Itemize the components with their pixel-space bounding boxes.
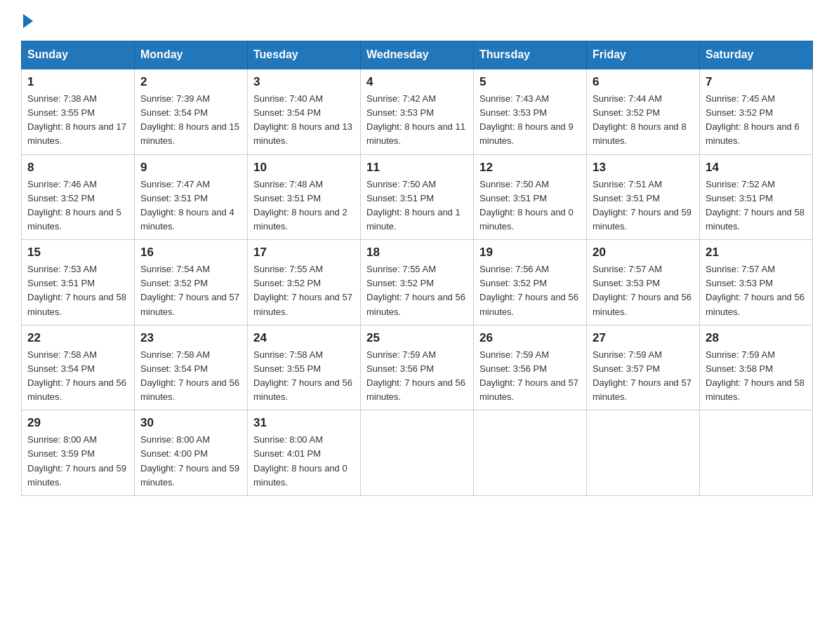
day-cell: 26Sunrise: 7:59 AMSunset: 3:56 PMDayligh… bbox=[474, 325, 587, 410]
day-info: Sunrise: 7:51 AMSunset: 3:51 PMDaylight:… bbox=[593, 177, 694, 234]
day-cell: 28Sunrise: 7:59 AMSunset: 3:58 PMDayligh… bbox=[700, 325, 813, 410]
day-cell: 12Sunrise: 7:50 AMSunset: 3:51 PMDayligh… bbox=[474, 154, 587, 240]
day-number: 31 bbox=[253, 416, 355, 430]
day-info: Sunrise: 7:50 AMSunset: 3:51 PMDaylight:… bbox=[366, 177, 468, 234]
day-cell: 18Sunrise: 7:55 AMSunset: 3:52 PMDayligh… bbox=[361, 240, 474, 326]
day-cell: 29Sunrise: 8:00 AMSunset: 3:59 PMDayligh… bbox=[22, 410, 135, 496]
day-number: 26 bbox=[479, 331, 581, 345]
day-cell: 22Sunrise: 7:58 AMSunset: 3:54 PMDayligh… bbox=[22, 325, 135, 410]
day-number: 2 bbox=[140, 75, 241, 89]
day-info: Sunrise: 8:00 AMSunset: 3:59 PMDaylight:… bbox=[27, 433, 128, 490]
day-info: Sunrise: 7:55 AMSunset: 3:52 PMDaylight:… bbox=[366, 262, 468, 319]
day-number: 4 bbox=[366, 75, 468, 89]
logo-triangle-icon bbox=[23, 14, 33, 28]
day-info: Sunrise: 7:38 AMSunset: 3:55 PMDaylight:… bbox=[27, 92, 128, 149]
header-cell-monday: Monday bbox=[135, 41, 248, 69]
day-cell bbox=[587, 410, 700, 496]
day-info: Sunrise: 7:56 AMSunset: 3:52 PMDaylight:… bbox=[479, 262, 581, 319]
day-number: 7 bbox=[706, 75, 807, 89]
day-number: 6 bbox=[593, 75, 694, 89]
day-cell: 9Sunrise: 7:47 AMSunset: 3:51 PMDaylight… bbox=[135, 154, 248, 240]
day-cell: 5Sunrise: 7:43 AMSunset: 3:53 PMDaylight… bbox=[474, 69, 587, 154]
day-info: Sunrise: 7:44 AMSunset: 3:52 PMDaylight:… bbox=[593, 92, 694, 149]
day-info: Sunrise: 8:00 AMSunset: 4:00 PMDaylight:… bbox=[140, 433, 241, 490]
week-row-1: 1Sunrise: 7:38 AMSunset: 3:55 PMDaylight… bbox=[22, 69, 813, 154]
day-number: 25 bbox=[366, 331, 468, 345]
day-number: 21 bbox=[706, 246, 807, 260]
calendar-table: SundayMondayTuesdayWednesdayThursdayFrid… bbox=[21, 41, 813, 496]
day-info: Sunrise: 7:59 AMSunset: 3:57 PMDaylight:… bbox=[593, 348, 694, 405]
day-number: 29 bbox=[27, 416, 128, 430]
logo-blue-container bbox=[21, 14, 33, 29]
day-cell: 25Sunrise: 7:59 AMSunset: 3:56 PMDayligh… bbox=[361, 325, 474, 410]
week-row-2: 8Sunrise: 7:46 AMSunset: 3:52 PMDaylight… bbox=[22, 154, 813, 240]
day-cell: 2Sunrise: 7:39 AMSunset: 3:54 PMDaylight… bbox=[135, 69, 248, 154]
day-cell: 21Sunrise: 7:57 AMSunset: 3:53 PMDayligh… bbox=[700, 240, 813, 326]
header-cell-wednesday: Wednesday bbox=[361, 41, 474, 69]
day-info: Sunrise: 7:58 AMSunset: 3:55 PMDaylight:… bbox=[253, 348, 355, 405]
day-cell: 16Sunrise: 7:54 AMSunset: 3:52 PMDayligh… bbox=[135, 240, 248, 326]
day-info: Sunrise: 7:47 AMSunset: 3:51 PMDaylight:… bbox=[140, 177, 241, 234]
day-cell: 24Sunrise: 7:58 AMSunset: 3:55 PMDayligh… bbox=[248, 325, 361, 410]
day-number: 15 bbox=[27, 246, 128, 260]
header-cell-thursday: Thursday bbox=[474, 41, 587, 69]
header-cell-friday: Friday bbox=[587, 41, 700, 69]
day-info: Sunrise: 7:52 AMSunset: 3:51 PMDaylight:… bbox=[706, 177, 807, 234]
day-info: Sunrise: 7:50 AMSunset: 3:51 PMDaylight:… bbox=[479, 177, 581, 234]
day-info: Sunrise: 7:55 AMSunset: 3:52 PMDaylight:… bbox=[253, 262, 355, 319]
header-row: SundayMondayTuesdayWednesdayThursdayFrid… bbox=[22, 41, 813, 69]
day-cell bbox=[700, 410, 813, 496]
day-cell: 31Sunrise: 8:00 AMSunset: 4:01 PMDayligh… bbox=[248, 410, 361, 496]
day-info: Sunrise: 7:59 AMSunset: 3:56 PMDaylight:… bbox=[479, 348, 581, 405]
day-cell: 17Sunrise: 7:55 AMSunset: 3:52 PMDayligh… bbox=[248, 240, 361, 326]
calendar-body: 1Sunrise: 7:38 AMSunset: 3:55 PMDaylight… bbox=[22, 69, 813, 495]
day-cell: 6Sunrise: 7:44 AMSunset: 3:52 PMDaylight… bbox=[587, 69, 700, 154]
day-cell: 15Sunrise: 7:53 AMSunset: 3:51 PMDayligh… bbox=[22, 240, 135, 326]
day-number: 24 bbox=[253, 331, 355, 345]
day-number: 11 bbox=[366, 161, 468, 175]
logo bbox=[21, 14, 33, 29]
day-cell: 13Sunrise: 7:51 AMSunset: 3:51 PMDayligh… bbox=[587, 154, 700, 240]
day-number: 9 bbox=[140, 161, 241, 175]
day-number: 20 bbox=[593, 246, 694, 260]
day-number: 5 bbox=[479, 75, 581, 89]
day-info: Sunrise: 7:58 AMSunset: 3:54 PMDaylight:… bbox=[140, 348, 241, 405]
day-info: Sunrise: 7:42 AMSunset: 3:53 PMDaylight:… bbox=[366, 92, 468, 149]
header-cell-tuesday: Tuesday bbox=[248, 41, 361, 69]
day-cell: 20Sunrise: 7:57 AMSunset: 3:53 PMDayligh… bbox=[587, 240, 700, 326]
day-number: 13 bbox=[593, 161, 694, 175]
day-cell: 11Sunrise: 7:50 AMSunset: 3:51 PMDayligh… bbox=[361, 154, 474, 240]
day-cell: 10Sunrise: 7:48 AMSunset: 3:51 PMDayligh… bbox=[248, 154, 361, 240]
day-cell: 7Sunrise: 7:45 AMSunset: 3:52 PMDaylight… bbox=[700, 69, 813, 154]
day-number: 3 bbox=[253, 75, 355, 89]
day-number: 1 bbox=[27, 75, 128, 89]
day-cell bbox=[474, 410, 587, 496]
day-number: 22 bbox=[27, 331, 128, 345]
day-info: Sunrise: 7:57 AMSunset: 3:53 PMDaylight:… bbox=[593, 262, 694, 319]
day-info: Sunrise: 7:39 AMSunset: 3:54 PMDaylight:… bbox=[140, 92, 241, 149]
day-number: 23 bbox=[140, 331, 241, 345]
day-info: Sunrise: 7:43 AMSunset: 3:53 PMDaylight:… bbox=[479, 92, 581, 149]
day-number: 14 bbox=[706, 161, 807, 175]
day-number: 30 bbox=[140, 416, 241, 430]
day-number: 16 bbox=[140, 246, 241, 260]
header-cell-saturday: Saturday bbox=[700, 41, 813, 69]
day-number: 17 bbox=[253, 246, 355, 260]
day-info: Sunrise: 7:45 AMSunset: 3:52 PMDaylight:… bbox=[706, 92, 807, 149]
day-cell: 4Sunrise: 7:42 AMSunset: 3:53 PMDaylight… bbox=[361, 69, 474, 154]
day-info: Sunrise: 8:00 AMSunset: 4:01 PMDaylight:… bbox=[253, 433, 355, 490]
day-number: 10 bbox=[253, 161, 355, 175]
day-info: Sunrise: 7:58 AMSunset: 3:54 PMDaylight:… bbox=[27, 348, 128, 405]
day-info: Sunrise: 7:59 AMSunset: 3:56 PMDaylight:… bbox=[366, 348, 468, 405]
day-cell: 23Sunrise: 7:58 AMSunset: 3:54 PMDayligh… bbox=[135, 325, 248, 410]
day-number: 19 bbox=[479, 246, 581, 260]
week-row-3: 15Sunrise: 7:53 AMSunset: 3:51 PMDayligh… bbox=[22, 240, 813, 326]
page-header bbox=[21, 14, 813, 29]
day-info: Sunrise: 7:48 AMSunset: 3:51 PMDaylight:… bbox=[253, 177, 355, 234]
day-number: 27 bbox=[593, 331, 694, 345]
day-cell: 27Sunrise: 7:59 AMSunset: 3:57 PMDayligh… bbox=[587, 325, 700, 410]
day-cell: 3Sunrise: 7:40 AMSunset: 3:54 PMDaylight… bbox=[248, 69, 361, 154]
day-cell: 30Sunrise: 8:00 AMSunset: 4:00 PMDayligh… bbox=[135, 410, 248, 496]
day-number: 18 bbox=[366, 246, 468, 260]
day-info: Sunrise: 7:54 AMSunset: 3:52 PMDaylight:… bbox=[140, 262, 241, 319]
